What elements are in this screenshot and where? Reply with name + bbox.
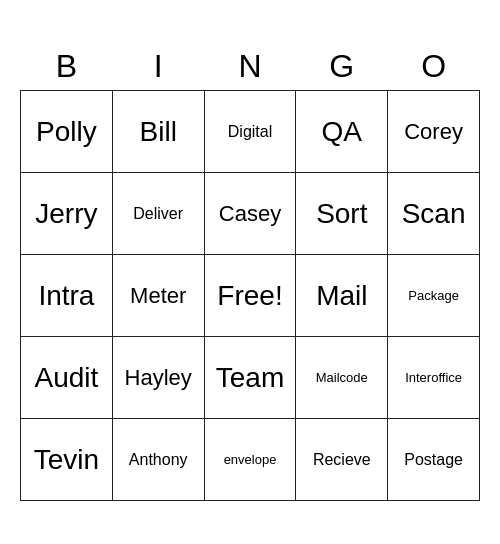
cell-r2c3: Mail xyxy=(296,255,388,337)
cell-r1c4: Scan xyxy=(388,173,480,255)
cell-r4c2: envelope xyxy=(204,419,296,501)
cell-r1c2: Casey xyxy=(204,173,296,255)
cell-r1c3: Sort xyxy=(296,173,388,255)
cell-r4c0: Tevin xyxy=(21,419,113,501)
header-n: N xyxy=(204,43,296,91)
cell-r0c4: Corey xyxy=(388,91,480,173)
cell-r4c4: Postage xyxy=(388,419,480,501)
cell-r1c1: Deliver xyxy=(112,173,204,255)
cell-r2c4: Package xyxy=(388,255,480,337)
table-row: TevinAnthonyenvelopeRecievePostage xyxy=(21,419,480,501)
table-row: JerryDeliverCaseySortScan xyxy=(21,173,480,255)
header-i: I xyxy=(112,43,204,91)
cell-r3c4: Interoffice xyxy=(388,337,480,419)
header-g: G xyxy=(296,43,388,91)
cell-r0c2: Digital xyxy=(204,91,296,173)
cell-r3c3: Mailcode xyxy=(296,337,388,419)
cell-r0c1: Bill xyxy=(112,91,204,173)
cell-r2c1: Meter xyxy=(112,255,204,337)
cell-r2c0: Intra xyxy=(21,255,113,337)
header-o: O xyxy=(388,43,480,91)
cell-r3c0: Audit xyxy=(21,337,113,419)
bingo-card: B I N G O PollyBillDigitalQACoreyJerryDe… xyxy=(20,43,480,502)
cell-r3c1: Hayley xyxy=(112,337,204,419)
cell-r0c0: Polly xyxy=(21,91,113,173)
cell-r2c2: Free! xyxy=(204,255,296,337)
cell-r1c0: Jerry xyxy=(21,173,113,255)
table-row: PollyBillDigitalQACorey xyxy=(21,91,480,173)
table-row: AuditHayleyTeamMailcodeInteroffice xyxy=(21,337,480,419)
cell-r4c1: Anthony xyxy=(112,419,204,501)
cell-r0c3: QA xyxy=(296,91,388,173)
cell-r4c3: Recieve xyxy=(296,419,388,501)
header-b: B xyxy=(21,43,113,91)
cell-r3c2: Team xyxy=(204,337,296,419)
table-row: IntraMeterFree!MailPackage xyxy=(21,255,480,337)
